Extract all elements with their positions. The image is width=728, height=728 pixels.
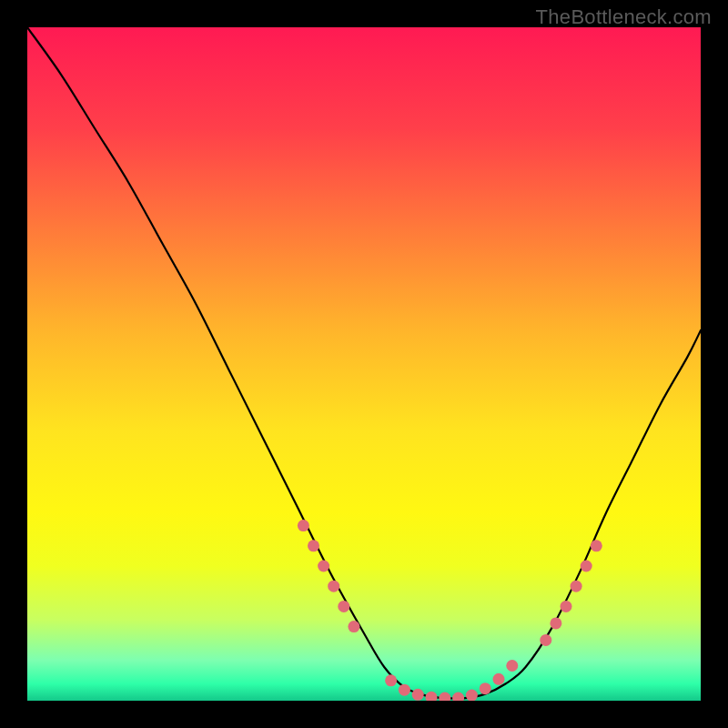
- data-marker: [338, 601, 349, 612]
- watermark-text: TheBottleneck.com: [536, 5, 712, 29]
- data-marker: [550, 617, 561, 629]
- data-marker: [328, 581, 339, 592]
- chart-plot-area: [27, 27, 701, 701]
- data-marker: [318, 561, 329, 572]
- data-marker: [591, 540, 602, 551]
- data-marker: [412, 689, 424, 701]
- data-marker: [581, 561, 592, 572]
- data-marker: [480, 682, 491, 694]
- data-marker: [466, 690, 478, 701]
- data-marker: [399, 684, 410, 696]
- chart-background: [27, 27, 701, 701]
- chart-svg: [27, 27, 701, 701]
- data-marker: [493, 673, 505, 685]
- data-marker: [298, 520, 309, 531]
- data-marker: [385, 674, 397, 686]
- data-marker: [540, 634, 551, 646]
- data-marker: [506, 660, 518, 672]
- data-marker: [561, 601, 572, 612]
- data-marker: [308, 540, 319, 551]
- data-marker: [348, 621, 359, 632]
- data-marker: [571, 581, 582, 592]
